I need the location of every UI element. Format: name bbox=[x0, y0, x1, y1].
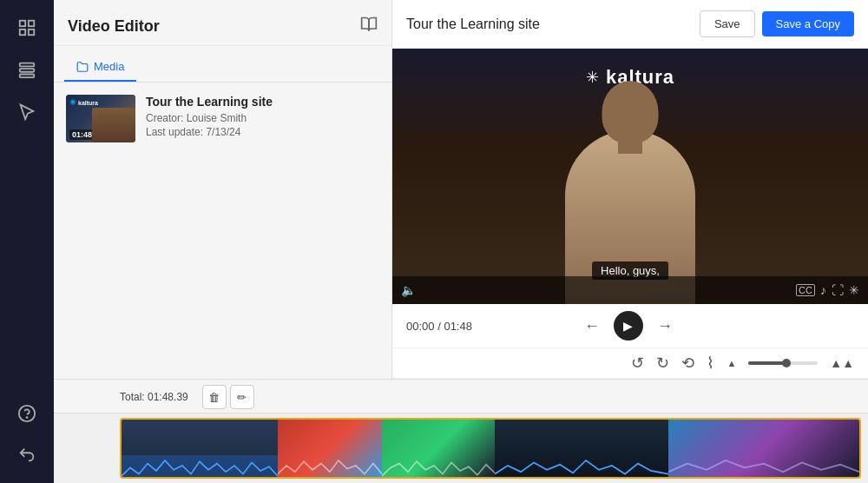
back-icon[interactable] bbox=[10, 438, 44, 473]
volume-down-icon[interactable]: ▲ bbox=[727, 358, 736, 368]
app-container: Video Editor Media bbox=[0, 0, 868, 483]
media-name: Tour the Learning site bbox=[146, 95, 379, 109]
header-buttons: Save Save a Copy bbox=[700, 10, 854, 37]
media-list: ✳ kaltura 01:48 Tour the Learning site bbox=[54, 83, 391, 379]
svg-rect-1 bbox=[29, 21, 34, 26]
play-button[interactable]: ▶ bbox=[614, 311, 643, 341]
prev-arrow[interactable]: ← bbox=[584, 317, 600, 335]
tab-media-label: Media bbox=[94, 60, 124, 73]
waveform-icon[interactable]: ⌇ bbox=[707, 354, 714, 373]
volume-slider[interactable] bbox=[748, 361, 818, 365]
svg-rect-2 bbox=[20, 30, 25, 35]
panel-header: Video Editor bbox=[54, 0, 391, 46]
video-area[interactable]: ✳ kaltura Hello, guys, 🔈 bbox=[392, 49, 868, 304]
time-display: 00:00 / 01:48 bbox=[406, 320, 472, 333]
cc-icon[interactable]: CC bbox=[796, 284, 815, 296]
video-controls-overlay: 🔈 CC ♪ ⛶ ✳ bbox=[392, 276, 868, 304]
media-creator: Creator: Louise Smith bbox=[146, 112, 379, 124]
controls-left: 🔈 bbox=[401, 283, 416, 297]
help-icon[interactable] bbox=[10, 396, 44, 431]
editor-panel: Video Editor Media bbox=[54, 0, 392, 379]
preview-header: Tour the Learning site Save Save a Copy bbox=[392, 0, 868, 49]
thumb-duration: 01:48 bbox=[69, 129, 95, 140]
preview-panel: Tour the Learning site Save Save a Copy … bbox=[392, 0, 868, 379]
redo-icon[interactable]: ↻ bbox=[656, 354, 669, 373]
svg-rect-5 bbox=[20, 69, 35, 72]
rewind-icon[interactable]: ⟲ bbox=[681, 354, 694, 373]
left-nav bbox=[0, 0, 54, 483]
volume-icon[interactable]: 🔈 bbox=[401, 283, 416, 297]
body-row: Video Editor Media bbox=[54, 0, 868, 379]
panel-title: Video Editor bbox=[68, 17, 160, 36]
track-segment-4[interactable] bbox=[495, 420, 668, 477]
time-total: 01:48 bbox=[444, 320, 472, 333]
media-date: Last update: 7/13/24 bbox=[146, 126, 379, 138]
history-icon[interactable]: ↺ bbox=[631, 354, 644, 373]
playback-buttons: ← ▶ → bbox=[584, 311, 673, 341]
grid-icon[interactable] bbox=[10, 10, 44, 45]
save-copy-button[interactable]: Save a Copy bbox=[762, 11, 854, 36]
track-segment-1[interactable] bbox=[122, 420, 278, 477]
fullscreen-icon[interactable]: ⛶ bbox=[832, 283, 844, 297]
next-arrow[interactable]: → bbox=[657, 317, 673, 335]
edit-clip-button[interactable]: ✏ bbox=[230, 385, 254, 409]
svg-rect-4 bbox=[20, 63, 35, 67]
media-info: Tour the Learning site Creator: Louise S… bbox=[146, 95, 379, 138]
delete-clip-button[interactable]: 🗑 bbox=[202, 385, 227, 409]
timeline-track: ✕ ↔ ↔ 00:00.00 bbox=[54, 414, 868, 483]
track-segment-5[interactable] bbox=[668, 420, 859, 477]
audio-icon[interactable]: ♪ bbox=[820, 283, 826, 297]
timeline-area: Total: 01:48.39 🗑 ✏ ✕ ↔ ↔ 00:00.00 bbox=[54, 379, 868, 483]
playback-controls: 00:00 / 01:48 ← ▶ → bbox=[392, 304, 868, 348]
tab-media[interactable]: Media bbox=[64, 53, 136, 82]
layers-icon[interactable] bbox=[10, 52, 44, 87]
track-segment-2[interactable] bbox=[278, 420, 382, 477]
svg-rect-6 bbox=[20, 75, 35, 78]
media-thumbnail: ✳ kaltura 01:48 bbox=[66, 95, 135, 142]
track-segments bbox=[122, 420, 859, 477]
svg-rect-0 bbox=[20, 21, 25, 26]
cursor-icon[interactable] bbox=[10, 94, 44, 129]
total-duration-label: Total: 01:48.39 bbox=[120, 391, 188, 403]
controls-right: CC ♪ ⛶ ✳ bbox=[796, 283, 859, 297]
time-current: 00:00 bbox=[406, 320, 435, 333]
settings-gear-icon[interactable]: ✳ bbox=[849, 283, 859, 297]
track-segment-3[interactable] bbox=[382, 420, 495, 477]
save-button[interactable]: Save bbox=[700, 10, 755, 37]
edit-tools-row: ↺ ↻ ⟲ ⌇ ▲ ▲▲ bbox=[392, 348, 868, 379]
timeline-header: Total: 01:48.39 🗑 ✏ bbox=[54, 380, 868, 414]
book-icon[interactable] bbox=[360, 16, 378, 36]
track-strip[interactable]: ✕ ↔ ↔ 00:00.00 bbox=[120, 418, 861, 479]
preview-title: Tour the Learning site bbox=[406, 17, 540, 32]
svg-rect-3 bbox=[29, 30, 34, 35]
media-item[interactable]: ✳ kaltura 01:48 Tour the Learning site bbox=[66, 95, 379, 142]
volume-up-icon[interactable]: ▲▲ bbox=[830, 356, 854, 370]
tabs-row: Media bbox=[54, 46, 391, 83]
timeline-toolbar: 🗑 ✏ bbox=[202, 385, 254, 409]
